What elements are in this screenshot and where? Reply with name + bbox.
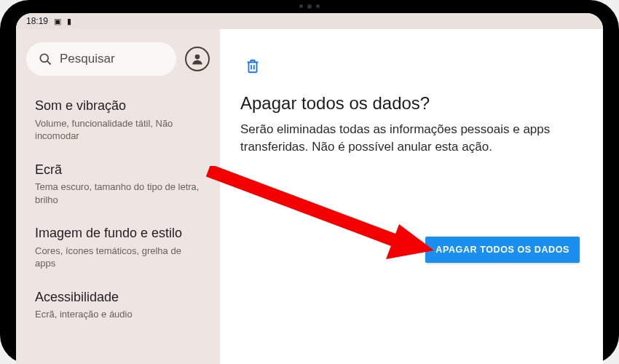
main-panel: Apagar todos os dados? Serão eliminadas …: [220, 29, 603, 364]
delete-icon-box: [245, 58, 581, 77]
annotation-arrow: [204, 166, 437, 268]
page-title: Apagar todos os dados?: [240, 93, 581, 114]
status-icon-sd: ▮: [67, 17, 71, 26]
sidebar-item-accessibility[interactable]: Acessibilidade Ecrã, interação e áudio: [26, 280, 210, 331]
svg-line-6: [208, 170, 402, 243]
svg-line-1: [47, 61, 51, 65]
camera-cluster: [299, 4, 320, 9]
search-input[interactable]: Pesquisar: [26, 42, 176, 76]
sidebar-item-sound[interactable]: Som e vibração Volume, funcionalidade tá…: [26, 89, 210, 153]
status-bar: 18:19 ▣ ▮: [16, 13, 603, 29]
sidebar-item-title: Acessibilidade: [35, 289, 202, 306]
sidebar-item-wallpaper[interactable]: Imagem de fundo e estilo Cores, ícones t…: [26, 216, 210, 280]
erase-all-data-button[interactable]: APAGAR TODOS OS DADOS: [425, 237, 580, 263]
page-description: Serão eliminadas todas as informações pe…: [240, 121, 581, 156]
status-icon-app: ▣: [54, 17, 61, 26]
sidebar-item-subtitle: Tema escuro, tamanho do tipo de letra, b…: [35, 181, 202, 206]
sidebar-item-title: Imagem de fundo e estilo: [35, 225, 202, 242]
search-icon: [38, 52, 52, 66]
search-placeholder: Pesquisar: [60, 52, 115, 66]
sidebar-item-title: Ecrã: [35, 162, 202, 178]
sidebar-item-title: Som e vibração: [35, 98, 202, 114]
search-row: Pesquisar: [26, 42, 210, 76]
account-icon: [190, 52, 205, 66]
svg-point-2: [195, 55, 200, 60]
screen: 18:19 ▣ ▮ Pesquisar: [16, 13, 603, 364]
content-area: Pesquisar Som e vibração Volume, funcion…: [16, 29, 603, 364]
sidebar-item-display[interactable]: Ecrã Tema escuro, tamanho do tipo de let…: [26, 153, 210, 217]
status-time: 18:19: [26, 16, 48, 26]
account-button[interactable]: [185, 47, 210, 71]
sidebar-item-subtitle: Cores, ícones temáticos, grelha de apps: [35, 245, 202, 270]
svg-point-0: [40, 54, 48, 62]
device-frame: 18:19 ▣ ▮ Pesquisar: [0, 0, 619, 364]
sidebar-item-subtitle: Ecrã, interação e áudio: [35, 308, 202, 321]
sidebar-item-subtitle: Volume, funcionalidade tátil, Não incomo…: [35, 117, 202, 143]
settings-sidebar: Pesquisar Som e vibração Volume, funcion…: [16, 29, 220, 364]
trash-icon: [245, 58, 261, 74]
